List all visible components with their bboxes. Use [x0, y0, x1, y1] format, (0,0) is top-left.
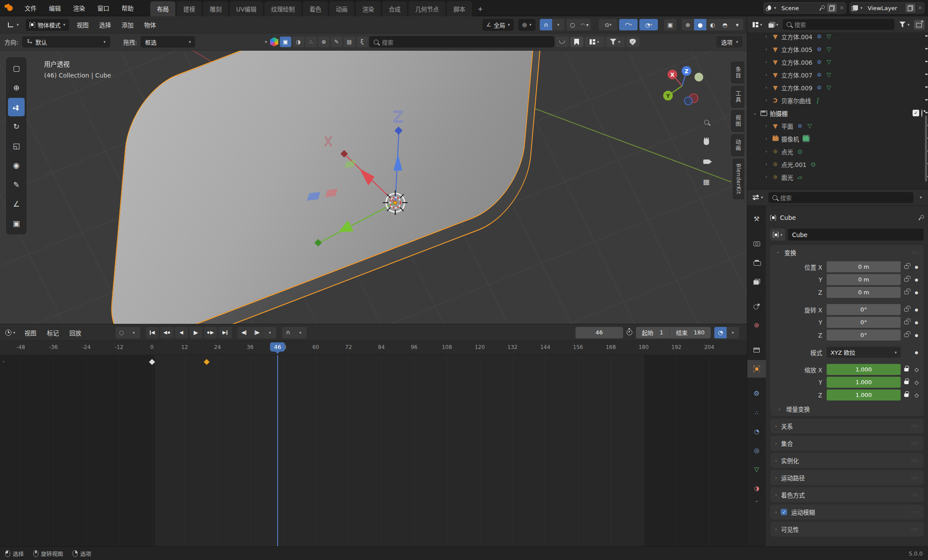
blenderkit-logo-icon[interactable]	[270, 37, 278, 47]
outliner-row-贝塞尔曲线[interactable]: ›Ɔ贝塞尔曲线∫	[747, 94, 928, 107]
transform-value-field[interactable]: 0°	[827, 304, 901, 315]
chevron-right-icon[interactable]: ›	[763, 97, 769, 103]
animate-dot-icon[interactable]: ●	[912, 278, 921, 282]
section-着色方式[interactable]: ›着色方式∷∷	[770, 487, 924, 502]
transform-value-field[interactable]: 0 m	[827, 261, 901, 272]
motion-blur-checkbox[interactable]: ✓	[781, 509, 787, 515]
filter-image-dropdown[interactable]: ▾	[767, 21, 780, 29]
animate-dot-icon[interactable]: ●	[912, 320, 921, 325]
tab-strip-more-icon[interactable]: ⌄	[755, 498, 758, 503]
timeline-snap-dropdown[interactable]: ▾	[727, 327, 739, 338]
playhead-bubble[interactable]: 46	[270, 342, 286, 352]
timeline-snap-icon[interactable]: ◔	[714, 327, 727, 338]
outliner-row-立方体.007[interactable]: ›▼立方体.007⚙▽	[747, 68, 928, 81]
timeline-menu-视图[interactable]: 视图	[20, 326, 41, 339]
drag-dots-icon[interactable]: ∷∷	[911, 458, 919, 463]
chevron-right-icon[interactable]: ›	[763, 85, 769, 90]
timeline-menu-回放[interactable]: 回放	[65, 326, 86, 339]
navigation-gizmo[interactable]: X Z Y	[656, 59, 709, 111]
chevron-right-icon[interactable]: ›	[763, 123, 769, 129]
tool-options-dropdown[interactable]: 选项 ▾	[716, 36, 742, 48]
breadcrumb-object-name[interactable]: Cube	[780, 214, 796, 221]
properties-tab-world[interactable]: ⊕	[747, 316, 766, 334]
asset-type-hdr-icon[interactable]: ⊕	[318, 37, 330, 47]
snap-magnet-icon[interactable]: ∩	[540, 19, 552, 30]
asset-type-nodegroup-icon[interactable]: ▤	[344, 37, 355, 47]
properties-tab-tool[interactable]: ⚒	[747, 210, 766, 228]
falloff-dropdown[interactable]: ◠ ▾	[579, 19, 591, 30]
properties-tab-constraints[interactable]: ◎	[747, 441, 766, 459]
lock-open-icon[interactable]	[904, 321, 909, 324]
properties-tab-object[interactable]	[747, 360, 766, 378]
bookmark-icon[interactable]	[570, 37, 583, 47]
measure-tool-button[interactable]: ∠	[8, 195, 25, 213]
properties-editor-dropdown[interactable]: ▾	[751, 193, 765, 201]
chevron-right-icon[interactable]: ›	[763, 33, 769, 39]
menu-渲染[interactable]: 渲染	[68, 2, 90, 14]
properties-search-input[interactable]: 搜索	[768, 192, 914, 203]
properties-tab-physics[interactable]: ◔	[747, 423, 766, 440]
show-gizmo-dropdown[interactable]: ⊙ ▾	[599, 19, 617, 30]
drag-dots-icon[interactable]: ∷∷	[911, 441, 919, 446]
menu-编辑[interactable]: 编辑	[44, 2, 66, 14]
workspace-tab-+[interactable]: +	[473, 1, 487, 16]
filter-dropdown[interactable]: ▾	[605, 37, 625, 47]
menu-帮助[interactable]: 帮助	[116, 2, 139, 14]
properties-tab-data[interactable]: ▽	[747, 460, 766, 478]
auto-keying-icon[interactable]: ○	[115, 327, 128, 338]
section-可见性[interactable]: ›可见性∷∷	[770, 522, 924, 537]
camera-view-button[interactable]	[699, 154, 714, 169]
auto-keying-dropdown[interactable]: ▾	[128, 327, 140, 338]
properties-tab-view-layer[interactable]	[747, 273, 766, 290]
viewport-menu-选择[interactable]: 选择	[94, 18, 116, 31]
workspace-tab-合成[interactable]: 合成	[382, 1, 407, 16]
remove-viewlayer-icon[interactable]: ✕	[918, 5, 922, 11]
outliner-filter-dropdown[interactable]: ▾	[897, 20, 911, 29]
properties-options-icon[interactable]: ▾	[917, 195, 924, 200]
keyframe-diamond-icon[interactable]: ◇	[912, 367, 921, 373]
properties-tab-scene[interactable]	[747, 297, 766, 315]
editor-type-button[interactable]: ▾	[4, 19, 23, 31]
workspace-tab-着色[interactable]: 着色	[303, 1, 328, 16]
viewport-menu-添加[interactable]: 添加	[117, 18, 138, 31]
cursor-tool-button[interactable]: ⊕	[8, 78, 25, 97]
workspace-tab-几何节点[interactable]: 几何节点	[408, 1, 445, 16]
outliner-row-平面[interactable]: ›▼平面⚙▽	[747, 119, 928, 132]
drag-dots-icon[interactable]: ∷∷	[911, 510, 919, 515]
chevron-right-icon[interactable]: ›	[763, 136, 769, 141]
next-keyframe-button[interactable]: ◆▶	[204, 327, 217, 338]
sidebar-tab-条目[interactable]: 条目	[731, 62, 744, 83]
viewport-3d[interactable]: Z X	[0, 51, 747, 324]
timeline-ruler[interactable]: -48-36-24-120122436486072849610812013214…	[0, 341, 747, 355]
pan-hand-button[interactable]	[699, 134, 714, 149]
timeline-channel-expander[interactable]: ›	[3, 359, 4, 364]
annotate-tool-button[interactable]: ✎	[8, 175, 25, 194]
drag-dots-icon[interactable]: ∷∷	[911, 527, 919, 532]
workspace-tab-UV编辑[interactable]: UV编辑	[230, 1, 263, 16]
asset-type-model-icon[interactable]: ▣	[280, 37, 291, 47]
animate-dot-icon[interactable]: ●	[912, 333, 921, 337]
properties-tab-collection[interactable]	[747, 341, 766, 359]
drag-dots-icon[interactable]: ∷∷	[911, 424, 919, 429]
display-mode-dropdown[interactable]: ▾	[751, 21, 764, 29]
proportional-editing-icon[interactable]: ○	[566, 19, 579, 30]
lock-open-icon[interactable]	[904, 291, 909, 294]
outliner-row-拍摄棚[interactable]: ⌄拍摄棚✓	[747, 107, 928, 119]
menu-文件[interactable]: 文件	[19, 2, 42, 14]
lock-closed-icon[interactable]	[904, 381, 909, 384]
chevron-right-icon[interactable]: ›	[763, 59, 769, 65]
rotate-tool-button[interactable]: ↻	[8, 117, 25, 136]
new-scene-button[interactable]	[827, 4, 837, 12]
shading-rendered-icon[interactable]: ◓	[719, 19, 731, 30]
collection-checkbox[interactable]: ✓	[913, 110, 919, 116]
section-实例化[interactable]: ›实例化∷∷	[770, 453, 924, 468]
sidebar-tab-BlenderKit[interactable]: BlenderKit	[733, 159, 744, 199]
pin-icon[interactable]	[819, 5, 824, 11]
shield-check-icon[interactable]: ✓	[626, 37, 639, 47]
shading-wireframe-icon[interactable]: ⊕	[682, 19, 694, 30]
move-tool-button[interactable]: ↔↕	[8, 98, 25, 116]
stopwatch-icon[interactable]	[627, 330, 632, 335]
section-运动模糊[interactable]: ›✓运动模糊∷∷	[770, 504, 924, 519]
animate-dot-icon[interactable]: ●	[912, 308, 921, 312]
frame-start-field[interactable]: 起始1	[636, 327, 669, 338]
